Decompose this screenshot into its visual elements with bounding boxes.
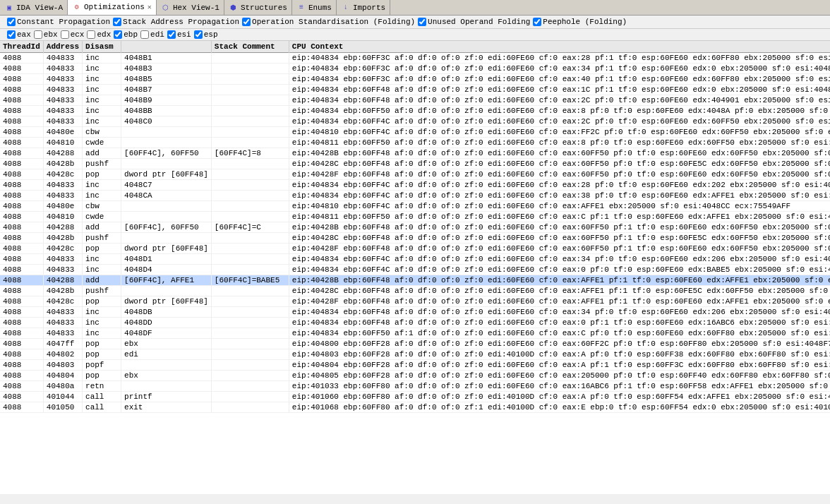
cell-address: 404833	[43, 307, 82, 318]
table-row[interactable]: 408840480ecbweip:404810 ebp:60FF4C af:0 …	[0, 201, 830, 212]
reg-ebx[interactable]: ebx	[34, 30, 58, 39]
reg-esi[interactable]: esi	[167, 30, 191, 39]
reg-checkbox-esp[interactable]	[194, 30, 203, 39]
table-row[interactable]: 4088404833inc4048C7eip:404834 ebp:60FF4C…	[0, 180, 830, 191]
option-op_std[interactable]: Operation Standardisation (Folding)	[242, 18, 415, 26]
option-checkbox-stack_addr[interactable]	[113, 18, 121, 26]
table-row[interactable]: 4088404833inc4048BBeip:404834 ebp:60FF50…	[0, 106, 830, 116]
reg-edx[interactable]: edx	[87, 30, 111, 39]
cell-threadid: 4088	[0, 244, 43, 254]
tab-structures[interactable]: ⬢Structures	[224, 0, 292, 16]
table-row[interactable]: 4088404803popfeip:404804 ebp:60FF28 af:0…	[0, 360, 830, 371]
cell-stack	[211, 191, 289, 201]
cell-stack	[211, 402, 289, 413]
table-row[interactable]: 4088404833inc4048B3eip:404834 ebp:60FF3C…	[0, 64, 830, 74]
table-row[interactable]: 408840480ecbweip:404810 ebp:60FF4C af:0 …	[0, 127, 830, 138]
cell-operand: 4048B3	[121, 64, 212, 74]
reg-checkbox-edx[interactable]	[87, 30, 95, 39]
reg-checkbox-edi[interactable]	[140, 30, 149, 39]
table-row[interactable]: 40884047ffpopebxeip:404800 ebp:60FF28 af…	[0, 339, 830, 349]
reg-checkbox-ebp[interactable]	[114, 30, 122, 39]
cell-operand: 4048C7	[121, 180, 212, 191]
cell-disasm: inc	[83, 64, 121, 74]
table-row[interactable]: 408840428cpopdword ptr [60FF48]eip:40428…	[0, 169, 830, 180]
reg-checkbox-ebx[interactable]	[34, 30, 42, 39]
cell-disasm: inc	[83, 307, 121, 318]
reg-eax[interactable]: eax	[7, 30, 31, 39]
tab-ida-view[interactable]: ▣IDA View-A	[0, 0, 68, 16]
tab-label-imports: Imports	[353, 4, 385, 12]
option-checkbox-const_prop[interactable]	[7, 18, 16, 26]
tab-imports[interactable]: ↓Imports	[337, 0, 390, 16]
cell-cpu: eip:40428C ebp:60FF48 af:0 df:0 of:0 zf:…	[289, 159, 830, 169]
main-table-container: ThreadId Address Disasm Stack Comment CP…	[0, 41, 830, 494]
cell-cpu: eip:401068 ebp:60FF80 af:0 df:0 of:0 zf:…	[289, 402, 830, 413]
option-peephole[interactable]: Peephole (Folding)	[533, 18, 627, 26]
reg-ebp[interactable]: ebp	[114, 30, 138, 39]
table-row[interactable]: 4088404833inc4048D4eip:404834 ebp:60FF4C…	[0, 265, 830, 275]
table-row[interactable]: 4088404833inc4048B7eip:404834 ebp:60FF48…	[0, 85, 830, 95]
table-row[interactable]: 408840480aretneip:401033 ebp:60FF80 af:0…	[0, 381, 830, 392]
reg-edi[interactable]: edi	[140, 30, 164, 39]
table-row[interactable]: 4088404833inc4048B5eip:404834 ebp:60FF3C…	[0, 74, 830, 85]
option-checkbox-op_std[interactable]	[242, 18, 251, 26]
cell-address: 404288	[43, 275, 82, 286]
table-row[interactable]: 4088401044callprintfeip:401060 ebp:60FF8…	[0, 392, 830, 402]
cell-disasm: pop	[83, 339, 121, 349]
reg-checkbox-esi[interactable]	[167, 30, 176, 39]
option-const_prop[interactable]: Constant Propagation	[7, 18, 110, 26]
table-row[interactable]: 4088404288add[60FF4C], 60FF50[60FF4C]=8e…	[0, 148, 830, 159]
cell-threadid: 4088	[0, 222, 43, 233]
tab-optimizations[interactable]: ⚙Optimizations✕	[68, 0, 157, 16]
table-row[interactable]: 4088404288add[60FF4C], AFFE1[60FF4C]=BAB…	[0, 275, 830, 286]
table-row[interactable]: 4088404833inc4048D1eip:404834 ebp:60FF4C…	[0, 254, 830, 265]
cell-operand: 4048B1	[121, 53, 212, 64]
table-row[interactable]: 4088401050callexiteip:401068 ebp:60FF80 …	[0, 402, 830, 413]
cell-cpu: eip:40428B ebp:60FF48 af:0 df:0 of:0 zf:…	[289, 148, 830, 159]
option-checkbox-unused_op[interactable]	[418, 18, 426, 26]
table-row[interactable]: 4088404833inc4048DDeip:404834 ebp:60FF48…	[0, 318, 830, 328]
reg-checkbox-ecx[interactable]	[61, 30, 69, 39]
cell-disasm: inc	[83, 265, 121, 275]
table-row[interactable]: 4088404810cwdeeip:404811 ebp:60FF50 af:0…	[0, 212, 830, 222]
reg-ecx[interactable]: ecx	[61, 30, 85, 39]
reg-esp[interactable]: esp	[194, 30, 218, 39]
cell-disasm: pushf	[83, 286, 121, 296]
ida-tab-icon: ▣	[4, 3, 14, 13]
table-row[interactable]: 408840428bpushfeip:40428C ebp:60FF48 af:…	[0, 286, 830, 296]
table-row[interactable]: 408840428bpushfeip:40428C ebp:60FF48 af:…	[0, 159, 830, 169]
table-row[interactable]: 408840428cpopdword ptr [60FF48]eip:40428…	[0, 296, 830, 307]
cell-operand: [60FF4C], 60FF50	[121, 148, 212, 159]
table-row[interactable]: 4088404833inc4048C0eip:404834 ebp:60FF4C…	[0, 116, 830, 127]
option-checkbox-peephole[interactable]	[533, 18, 541, 26]
table-row[interactable]: 4088404833inc4048CAeip:404834 ebp:60FF4C…	[0, 191, 830, 201]
cell-threadid: 4088	[0, 402, 43, 413]
table-row[interactable]: 408840428bpushfeip:40428C ebp:60FF48 af:…	[0, 233, 830, 244]
tab-hex-view[interactable]: ⬡Hex View-1	[157, 0, 224, 16]
cell-threadid: 4088	[0, 212, 43, 222]
table-row[interactable]: 408840428cpopdword ptr [60FF48]eip:40428…	[0, 244, 830, 254]
table-row[interactable]: 4088404833inc4048DFeip:404834 ebp:60FF50…	[0, 328, 830, 339]
tab-close-optimizations[interactable]: ✕	[148, 3, 152, 11]
table-row[interactable]: 4088404288add[60FF4C], 60FF50[60FF4C]=Ce…	[0, 222, 830, 233]
cell-threadid: 4088	[0, 74, 43, 85]
cell-operand: 4048D4	[121, 265, 212, 275]
cell-operand	[121, 286, 212, 296]
option-unused_op[interactable]: Unused Operand Folding	[418, 18, 530, 26]
table-row[interactable]: 4088404833inc4048B1eip:404834 ebp:60FF3C…	[0, 53, 830, 64]
table-row[interactable]: 4088404804popebxeip:404805 ebp:60FF28 af…	[0, 371, 830, 381]
cell-cpu: eip:404834 ebp:60FF48 af:0 df:0 of:0 zf:…	[289, 318, 830, 328]
cell-address: 404810	[43, 212, 82, 222]
reg-checkbox-eax[interactable]	[7, 30, 16, 39]
cell-operand: [60FF4C], 60FF50	[121, 222, 212, 233]
table-row[interactable]: 4088404802popedieip:404803 ebp:60FF28 af…	[0, 349, 830, 360]
tab-enums[interactable]: ≡Enums	[292, 0, 337, 16]
table-row[interactable]: 4088404810cwdeeip:404811 ebp:60FF50 af:0…	[0, 138, 830, 148]
cell-threadid: 4088	[0, 116, 43, 127]
cell-stack	[211, 233, 289, 244]
option-stack_addr[interactable]: Stack Address Propagation	[113, 18, 239, 26]
table-row[interactable]: 4088404833inc4048B9eip:404834 ebp:60FF48…	[0, 95, 830, 106]
table-row[interactable]: 4088404833inc4048DBeip:404834 ebp:60FF48…	[0, 307, 830, 318]
cell-stack	[211, 53, 289, 64]
cell-threadid: 4088	[0, 201, 43, 212]
